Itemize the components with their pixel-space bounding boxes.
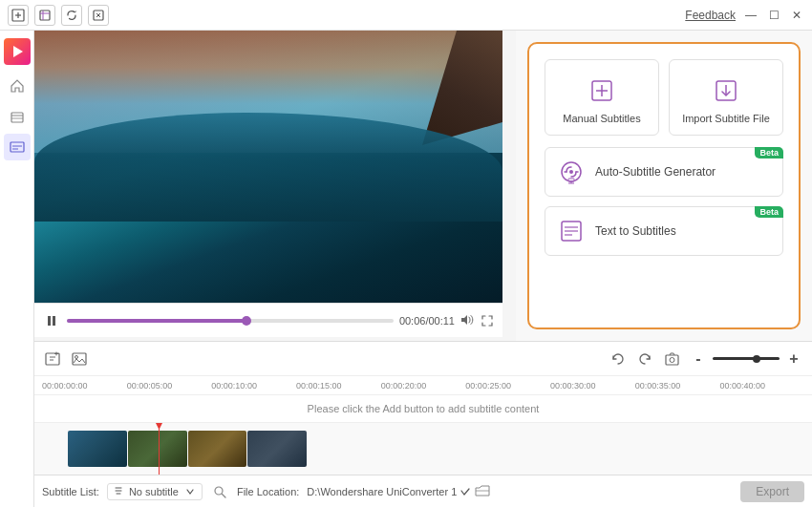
progress-fill bbox=[67, 319, 246, 323]
subtitle-text-add-button[interactable] bbox=[42, 349, 63, 370]
rotate-button[interactable] bbox=[61, 5, 82, 26]
import-subtitle-button[interactable]: Import Subtitle File bbox=[669, 59, 783, 136]
ruler-mark-5: 00:00:25:00 bbox=[465, 381, 550, 391]
export-button[interactable]: Export bbox=[740, 481, 804, 502]
screenshot-button[interactable] bbox=[661, 349, 682, 370]
auto-subtitle-label: Auto-Subtitle Generator bbox=[595, 165, 716, 179]
subtitle-options-grid: Manual Subtitles Import Su bbox=[545, 59, 783, 136]
redo-button[interactable] bbox=[634, 349, 655, 370]
zoom-track[interactable] bbox=[713, 357, 780, 360]
subtitle-select-dropdown[interactable]: No subtitle bbox=[107, 483, 203, 500]
video-player[interactable] bbox=[34, 31, 502, 303]
timeline-area: - + 00:00:00:00 00:00:05:00 00:00:10:00 … bbox=[34, 341, 812, 475]
ruler-mark-3: 00:00:15:00 bbox=[296, 381, 381, 391]
svg-rect-12 bbox=[48, 316, 51, 326]
content-area: 00:06/00:11 bbox=[34, 31, 812, 507]
subtitle-panel: Manual Subtitles Import Su bbox=[516, 31, 812, 341]
svg-rect-8 bbox=[11, 113, 23, 122]
subtitle-select-value: No subtitle bbox=[129, 486, 179, 497]
timeline-message: Please click the Add button to add subti… bbox=[34, 395, 812, 422]
progress-thumb bbox=[242, 316, 251, 326]
auto-subtitle-icon bbox=[557, 158, 586, 186]
text-to-subtitle-icon bbox=[557, 217, 586, 245]
file-location-label: File Location: bbox=[237, 486, 299, 497]
ruler-mark-6: 00:00:30:00 bbox=[550, 381, 635, 391]
ruler-mark-7: 00:00:35:00 bbox=[635, 381, 720, 391]
crop-button[interactable] bbox=[34, 5, 55, 26]
transport-bar: 00:06/00:11 bbox=[34, 303, 502, 337]
timeline-track[interactable] bbox=[34, 422, 812, 475]
svg-rect-31 bbox=[666, 355, 678, 365]
svg-rect-28 bbox=[46, 353, 59, 365]
feedback-link[interactable]: Feedback bbox=[685, 9, 736, 22]
volume-icon[interactable] bbox=[460, 314, 474, 327]
auto-beta-badge: Beta bbox=[755, 147, 783, 158]
zoom-in-button[interactable]: + bbox=[783, 349, 804, 370]
svg-rect-29 bbox=[73, 353, 86, 365]
sidebar bbox=[0, 31, 34, 507]
fit-button[interactable] bbox=[88, 5, 109, 26]
ruler-mark-8: 00:00:40:00 bbox=[719, 381, 804, 391]
file-path: D:\Wondershare UniConverter 1 bbox=[307, 483, 491, 500]
svg-point-30 bbox=[75, 355, 78, 358]
title-bar: Feedback — ☐ ✕ bbox=[0, 0, 812, 31]
ruler-mark-4: 00:00:20:00 bbox=[381, 381, 466, 391]
undo-button[interactable] bbox=[608, 349, 629, 370]
file-path-text: D:\Wondershare UniConverter 1 bbox=[307, 486, 457, 497]
main-container: 00:06/00:11 bbox=[0, 31, 812, 507]
sidebar-item-home[interactable] bbox=[4, 73, 31, 99]
svg-rect-9 bbox=[11, 142, 24, 152]
thumb-2 bbox=[128, 431, 187, 467]
import-subtitle-icon bbox=[711, 75, 741, 106]
timeline-toolbar: - + bbox=[34, 342, 812, 376]
svg-rect-13 bbox=[53, 316, 55, 326]
svg-marker-7 bbox=[13, 46, 23, 57]
svg-point-32 bbox=[670, 357, 674, 362]
add-media-button[interactable] bbox=[8, 5, 29, 26]
auto-subtitle-button[interactable]: Beta bbox=[545, 147, 783, 197]
video-background bbox=[34, 31, 502, 303]
fullscreen-button[interactable] bbox=[480, 313, 495, 328]
title-bar-left bbox=[8, 5, 109, 26]
progress-bar[interactable] bbox=[67, 319, 394, 323]
manual-subtitles-button[interactable]: Manual Subtitles bbox=[545, 59, 659, 136]
open-folder-button[interactable] bbox=[474, 483, 491, 500]
thumb-4 bbox=[247, 431, 307, 467]
pause-button[interactable] bbox=[42, 311, 61, 330]
svg-point-20 bbox=[569, 170, 573, 174]
thumb-1 bbox=[68, 431, 127, 467]
title-bar-right: Feedback — ☐ ✕ bbox=[685, 8, 804, 23]
svg-line-34 bbox=[222, 494, 225, 497]
minimize-button[interactable]: — bbox=[743, 8, 759, 23]
image-add-button[interactable] bbox=[69, 349, 90, 370]
zoom-thumb bbox=[753, 355, 760, 363]
import-subtitle-label: Import Subtitle File bbox=[682, 112, 770, 125]
zoom-out-button[interactable]: - bbox=[688, 349, 709, 370]
text-to-subtitle-label: Text to Subtitles bbox=[595, 224, 676, 238]
time-display: 00:06/00:11 bbox=[399, 315, 455, 327]
search-subtitle-button[interactable] bbox=[210, 482, 229, 501]
ruler-mark-1: 00:00:05:00 bbox=[127, 381, 212, 391]
app-logo bbox=[4, 38, 31, 65]
manual-subtitles-label: Manual Subtitles bbox=[563, 112, 640, 125]
ruler-mark-0: 00:00:00:00 bbox=[42, 381, 127, 391]
close-button[interactable]: ✕ bbox=[789, 8, 804, 23]
manual-subtitles-icon bbox=[587, 75, 617, 106]
zoom-group: - + bbox=[688, 349, 804, 370]
track-thumbnails bbox=[68, 431, 307, 467]
subtitle-panel-inner: Manual Subtitles Import Su bbox=[527, 42, 801, 329]
sidebar-item-subtitle[interactable] bbox=[4, 134, 31, 160]
text-beta-badge: Beta bbox=[755, 206, 783, 218]
ruler-mark-2: 00:00:10:00 bbox=[211, 381, 296, 391]
svg-rect-21 bbox=[568, 179, 574, 181]
svg-rect-3 bbox=[40, 11, 50, 20]
text-to-subtitle-button[interactable]: Beta Text to Subtitles bbox=[545, 206, 783, 256]
sidebar-item-files[interactable] bbox=[4, 103, 31, 130]
maximize-button[interactable]: ☐ bbox=[766, 8, 781, 23]
playhead bbox=[159, 423, 160, 475]
bottom-bar: Subtitle List: No subtitle File Location… bbox=[34, 475, 812, 507]
svg-point-33 bbox=[215, 487, 223, 495]
thumb-3 bbox=[188, 431, 247, 467]
video-section: 00:06/00:11 bbox=[34, 31, 516, 341]
subtitle-list-label: Subtitle List: bbox=[42, 486, 99, 497]
